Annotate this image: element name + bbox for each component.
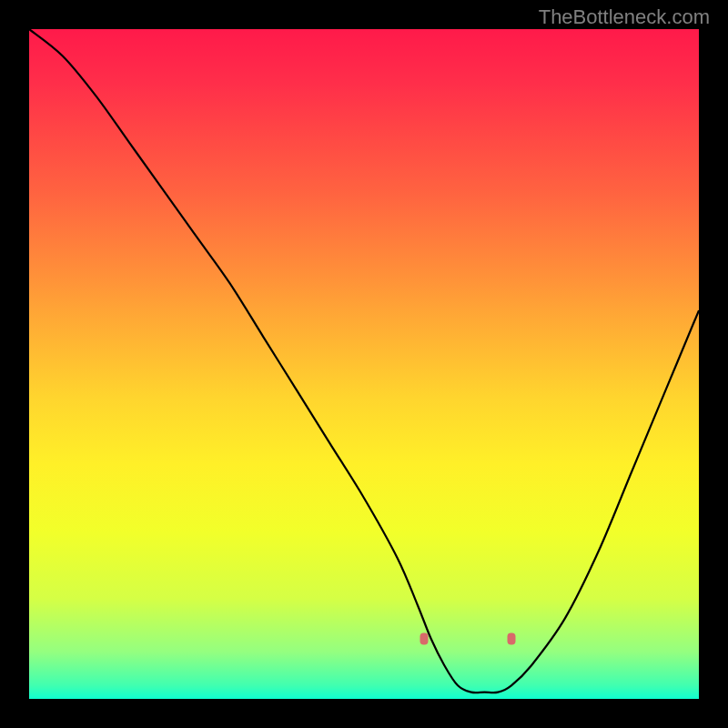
watermark-text: TheBottleneck.com — [539, 5, 710, 29]
plot-area — [29, 29, 699, 699]
optimal-range-marker-left — [420, 632, 429, 644]
marker-layer — [29, 29, 699, 699]
optimal-range-marker-right — [507, 632, 515, 644]
